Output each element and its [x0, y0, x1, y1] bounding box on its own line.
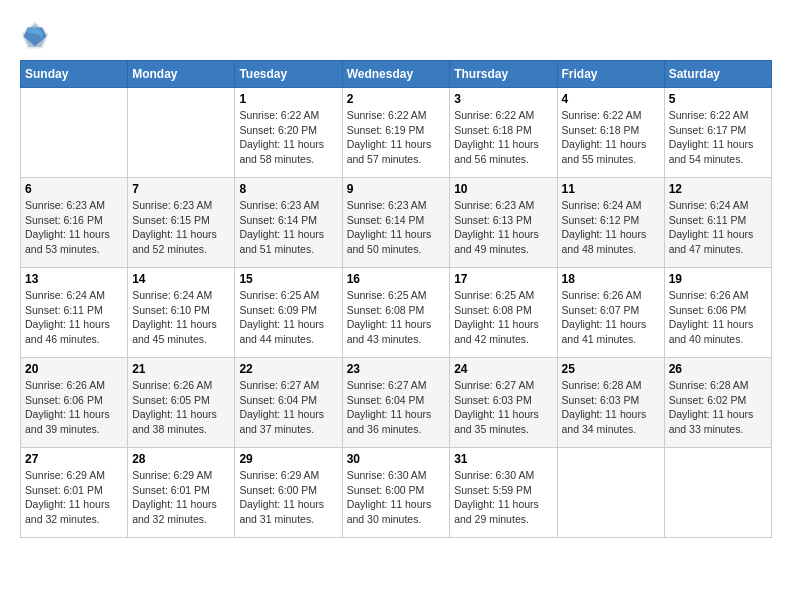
day-number: 2	[347, 92, 446, 106]
calendar-cell: 9Sunrise: 6:23 AM Sunset: 6:14 PM Daylig…	[342, 178, 450, 268]
calendar-cell: 15Sunrise: 6:25 AM Sunset: 6:09 PM Dayli…	[235, 268, 342, 358]
cell-info: Sunrise: 6:29 AM Sunset: 6:01 PM Dayligh…	[132, 468, 230, 527]
cell-info: Sunrise: 6:23 AM Sunset: 6:14 PM Dayligh…	[239, 198, 337, 257]
calendar-cell: 20Sunrise: 6:26 AM Sunset: 6:06 PM Dayli…	[21, 358, 128, 448]
cell-info: Sunrise: 6:27 AM Sunset: 6:04 PM Dayligh…	[347, 378, 446, 437]
calendar-cell: 5Sunrise: 6:22 AM Sunset: 6:17 PM Daylig…	[664, 88, 771, 178]
calendar-cell: 1Sunrise: 6:22 AM Sunset: 6:20 PM Daylig…	[235, 88, 342, 178]
calendar-table: SundayMondayTuesdayWednesdayThursdayFrid…	[20, 60, 772, 538]
calendar-cell: 11Sunrise: 6:24 AM Sunset: 6:12 PM Dayli…	[557, 178, 664, 268]
calendar-cell: 18Sunrise: 6:26 AM Sunset: 6:07 PM Dayli…	[557, 268, 664, 358]
day-number: 14	[132, 272, 230, 286]
calendar-cell: 3Sunrise: 6:22 AM Sunset: 6:18 PM Daylig…	[450, 88, 557, 178]
calendar-cell: 13Sunrise: 6:24 AM Sunset: 6:11 PM Dayli…	[21, 268, 128, 358]
cell-info: Sunrise: 6:23 AM Sunset: 6:16 PM Dayligh…	[25, 198, 123, 257]
cell-info: Sunrise: 6:23 AM Sunset: 6:13 PM Dayligh…	[454, 198, 552, 257]
calendar-cell: 28Sunrise: 6:29 AM Sunset: 6:01 PM Dayli…	[128, 448, 235, 538]
calendar-cell: 14Sunrise: 6:24 AM Sunset: 6:10 PM Dayli…	[128, 268, 235, 358]
day-number: 26	[669, 362, 767, 376]
day-number: 8	[239, 182, 337, 196]
cell-info: Sunrise: 6:29 AM Sunset: 6:01 PM Dayligh…	[25, 468, 123, 527]
day-number: 12	[669, 182, 767, 196]
day-number: 20	[25, 362, 123, 376]
cell-info: Sunrise: 6:29 AM Sunset: 6:00 PM Dayligh…	[239, 468, 337, 527]
calendar-cell: 4Sunrise: 6:22 AM Sunset: 6:18 PM Daylig…	[557, 88, 664, 178]
day-number: 16	[347, 272, 446, 286]
logo	[20, 20, 54, 50]
day-number: 11	[562, 182, 660, 196]
cell-info: Sunrise: 6:26 AM Sunset: 6:06 PM Dayligh…	[669, 288, 767, 347]
cell-info: Sunrise: 6:22 AM Sunset: 6:17 PM Dayligh…	[669, 108, 767, 167]
day-number: 21	[132, 362, 230, 376]
calendar-cell: 19Sunrise: 6:26 AM Sunset: 6:06 PM Dayli…	[664, 268, 771, 358]
day-number: 7	[132, 182, 230, 196]
cell-info: Sunrise: 6:23 AM Sunset: 6:14 PM Dayligh…	[347, 198, 446, 257]
calendar-cell: 31Sunrise: 6:30 AM Sunset: 5:59 PM Dayli…	[450, 448, 557, 538]
cell-info: Sunrise: 6:30 AM Sunset: 6:00 PM Dayligh…	[347, 468, 446, 527]
weekday-header: Monday	[128, 61, 235, 88]
cell-info: Sunrise: 6:25 AM Sunset: 6:09 PM Dayligh…	[239, 288, 337, 347]
calendar-cell: 10Sunrise: 6:23 AM Sunset: 6:13 PM Dayli…	[450, 178, 557, 268]
calendar-cell: 29Sunrise: 6:29 AM Sunset: 6:00 PM Dayli…	[235, 448, 342, 538]
calendar-header: SundayMondayTuesdayWednesdayThursdayFrid…	[21, 61, 772, 88]
day-number: 30	[347, 452, 446, 466]
calendar-cell: 16Sunrise: 6:25 AM Sunset: 6:08 PM Dayli…	[342, 268, 450, 358]
calendar-cell: 27Sunrise: 6:29 AM Sunset: 6:01 PM Dayli…	[21, 448, 128, 538]
cell-info: Sunrise: 6:22 AM Sunset: 6:20 PM Dayligh…	[239, 108, 337, 167]
calendar-cell: 21Sunrise: 6:26 AM Sunset: 6:05 PM Dayli…	[128, 358, 235, 448]
cell-info: Sunrise: 6:24 AM Sunset: 6:11 PM Dayligh…	[669, 198, 767, 257]
day-number: 25	[562, 362, 660, 376]
weekday-header: Wednesday	[342, 61, 450, 88]
day-number: 31	[454, 452, 552, 466]
cell-info: Sunrise: 6:25 AM Sunset: 6:08 PM Dayligh…	[454, 288, 552, 347]
day-number: 13	[25, 272, 123, 286]
day-number: 17	[454, 272, 552, 286]
day-number: 19	[669, 272, 767, 286]
cell-info: Sunrise: 6:22 AM Sunset: 6:18 PM Dayligh…	[562, 108, 660, 167]
day-number: 23	[347, 362, 446, 376]
calendar-cell: 22Sunrise: 6:27 AM Sunset: 6:04 PM Dayli…	[235, 358, 342, 448]
weekday-header: Tuesday	[235, 61, 342, 88]
calendar-week-row: 27Sunrise: 6:29 AM Sunset: 6:01 PM Dayli…	[21, 448, 772, 538]
cell-info: Sunrise: 6:26 AM Sunset: 6:06 PM Dayligh…	[25, 378, 123, 437]
day-number: 29	[239, 452, 337, 466]
cell-info: Sunrise: 6:26 AM Sunset: 6:07 PM Dayligh…	[562, 288, 660, 347]
calendar-cell	[21, 88, 128, 178]
cell-info: Sunrise: 6:25 AM Sunset: 6:08 PM Dayligh…	[347, 288, 446, 347]
calendar-body: 1Sunrise: 6:22 AM Sunset: 6:20 PM Daylig…	[21, 88, 772, 538]
cell-info: Sunrise: 6:23 AM Sunset: 6:15 PM Dayligh…	[132, 198, 230, 257]
calendar-cell: 17Sunrise: 6:25 AM Sunset: 6:08 PM Dayli…	[450, 268, 557, 358]
weekday-header: Thursday	[450, 61, 557, 88]
cell-info: Sunrise: 6:24 AM Sunset: 6:11 PM Dayligh…	[25, 288, 123, 347]
day-number: 6	[25, 182, 123, 196]
day-number: 24	[454, 362, 552, 376]
calendar-week-row: 13Sunrise: 6:24 AM Sunset: 6:11 PM Dayli…	[21, 268, 772, 358]
calendar-week-row: 20Sunrise: 6:26 AM Sunset: 6:06 PM Dayli…	[21, 358, 772, 448]
cell-info: Sunrise: 6:27 AM Sunset: 6:04 PM Dayligh…	[239, 378, 337, 437]
calendar-cell: 8Sunrise: 6:23 AM Sunset: 6:14 PM Daylig…	[235, 178, 342, 268]
cell-info: Sunrise: 6:28 AM Sunset: 6:03 PM Dayligh…	[562, 378, 660, 437]
weekday-header: Saturday	[664, 61, 771, 88]
day-number: 9	[347, 182, 446, 196]
cell-info: Sunrise: 6:28 AM Sunset: 6:02 PM Dayligh…	[669, 378, 767, 437]
calendar-cell: 30Sunrise: 6:30 AM Sunset: 6:00 PM Dayli…	[342, 448, 450, 538]
logo-icon	[20, 20, 50, 50]
cell-info: Sunrise: 6:22 AM Sunset: 6:18 PM Dayligh…	[454, 108, 552, 167]
day-number: 1	[239, 92, 337, 106]
calendar-cell: 6Sunrise: 6:23 AM Sunset: 6:16 PM Daylig…	[21, 178, 128, 268]
cell-info: Sunrise: 6:26 AM Sunset: 6:05 PM Dayligh…	[132, 378, 230, 437]
calendar-week-row: 1Sunrise: 6:22 AM Sunset: 6:20 PM Daylig…	[21, 88, 772, 178]
calendar-week-row: 6Sunrise: 6:23 AM Sunset: 6:16 PM Daylig…	[21, 178, 772, 268]
calendar-cell	[664, 448, 771, 538]
day-number: 4	[562, 92, 660, 106]
calendar-cell: 23Sunrise: 6:27 AM Sunset: 6:04 PM Dayli…	[342, 358, 450, 448]
day-number: 18	[562, 272, 660, 286]
day-number: 27	[25, 452, 123, 466]
day-number: 3	[454, 92, 552, 106]
weekday-header: Sunday	[21, 61, 128, 88]
page-header	[20, 20, 772, 50]
calendar-cell: 26Sunrise: 6:28 AM Sunset: 6:02 PM Dayli…	[664, 358, 771, 448]
cell-info: Sunrise: 6:27 AM Sunset: 6:03 PM Dayligh…	[454, 378, 552, 437]
calendar-cell: 25Sunrise: 6:28 AM Sunset: 6:03 PM Dayli…	[557, 358, 664, 448]
calendar-cell: 12Sunrise: 6:24 AM Sunset: 6:11 PM Dayli…	[664, 178, 771, 268]
